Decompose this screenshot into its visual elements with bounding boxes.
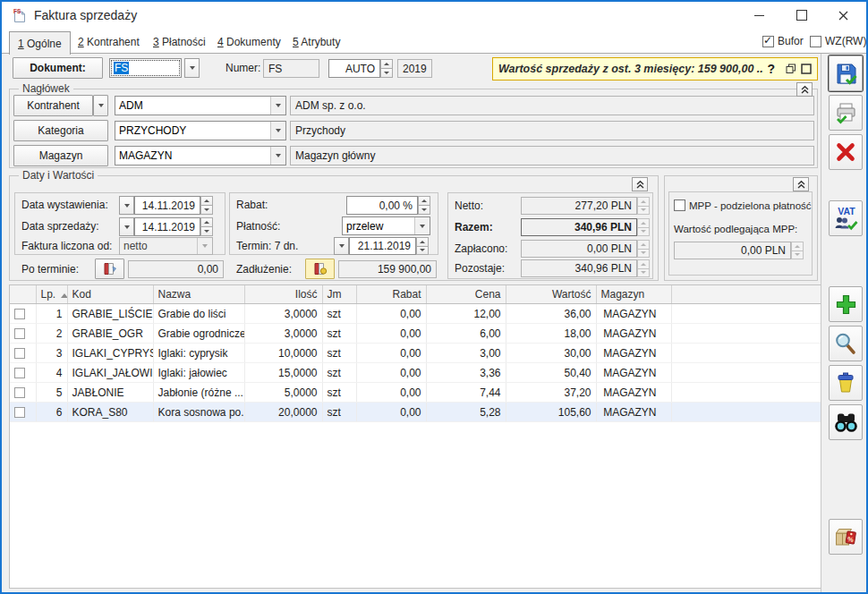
naglowek-collapse-button[interactable] xyxy=(796,82,813,97)
naglowek-legend: Nagłówek xyxy=(19,82,73,95)
chevron-down-icon[interactable] xyxy=(270,122,285,140)
table-row[interactable]: 4IGLAKI_JAŁOWI...Iglaki: jałowiec15,0000… xyxy=(10,363,822,383)
row-checkbox[interactable] xyxy=(14,348,25,359)
tab-atrybuty[interactable]: 5 Atrybuty xyxy=(285,31,348,53)
tab-ogolne[interactable]: 1 Ogólne xyxy=(9,31,71,55)
add-item-button[interactable] xyxy=(829,286,863,322)
cell-cena: 5,28 xyxy=(426,403,506,422)
minimize-button[interactable] xyxy=(741,2,777,29)
zadluzenie-button[interactable] xyxy=(305,259,335,279)
help-icon[interactable]: ? xyxy=(767,62,775,76)
data-wystawienia-calendar-button[interactable] xyxy=(119,196,134,215)
spin-down-icon[interactable] xyxy=(200,226,213,236)
spin-down-icon[interactable] xyxy=(380,68,393,78)
kategoria-combobox[interactable]: PRZYCHODY xyxy=(115,121,286,140)
spin-down-icon[interactable] xyxy=(200,205,213,215)
mpp-checkbox[interactable]: MPP - podzielona płatność xyxy=(674,199,812,211)
banner-maximize-icon[interactable] xyxy=(801,64,812,74)
table-row[interactable]: 2GRABIE_OGRGrabie ogrodnicze3,0000szt0,0… xyxy=(10,324,822,344)
vat-register-button[interactable]: VAT xyxy=(829,200,863,236)
spin-down-icon[interactable] xyxy=(416,246,429,256)
termin-calendar-button[interactable] xyxy=(334,237,349,255)
svg-text:VAT: VAT xyxy=(838,206,855,216)
spin-down-icon[interactable] xyxy=(418,205,430,215)
zaplacono-field: 0,00 PLN xyxy=(521,240,637,258)
daty-legend: Daty i Wartości xyxy=(19,169,98,182)
table-row[interactable]: 5JABŁONIEJabłonie (różne ...5,0000szt0,0… xyxy=(10,383,822,403)
numer-spinner[interactable] xyxy=(380,59,393,78)
combo-value: MAGAZYN xyxy=(115,147,270,165)
chevron-down-icon[interactable] xyxy=(414,217,430,234)
kategoria-button[interactable]: Kategoria xyxy=(13,120,108,141)
termin-spinner[interactable] xyxy=(416,237,429,255)
find-item-button[interactable] xyxy=(829,404,863,440)
header-rabat[interactable]: Rabat xyxy=(356,285,426,304)
numer-auto-field[interactable]: AUTO xyxy=(328,59,380,78)
header-ilosc[interactable]: Ilość xyxy=(244,285,322,304)
row-checkbox[interactable] xyxy=(14,328,25,339)
data-wystawienia-spinner[interactable] xyxy=(200,196,213,215)
data-sprzedazy-spinner[interactable] xyxy=(200,217,213,236)
cell-ilosc: 15,0000 xyxy=(244,363,322,383)
faktura-liczona-label: Faktura liczona od: xyxy=(21,240,112,252)
header-cena[interactable]: Cena xyxy=(426,285,506,304)
kontrahent-code-combobox[interactable]: ADM xyxy=(115,96,286,115)
maximize-button[interactable] xyxy=(784,2,820,29)
cell-jm: szt xyxy=(322,304,356,324)
dokument-type-combobox[interactable]: FS xyxy=(109,58,182,78)
cell-nazwa: Grabie ogrodnicze xyxy=(153,324,244,344)
cell-jm: szt xyxy=(322,324,356,344)
header-kod[interactable]: Kod xyxy=(67,285,153,304)
header-lp[interactable]: Lp. xyxy=(36,285,67,304)
termin-field[interactable]: 21.11.2019 xyxy=(349,237,416,255)
table-row[interactable]: 1GRABIE_LIŚCIEGrabie do liści3,0000szt0,… xyxy=(10,304,822,324)
header-jm[interactable]: Jm xyxy=(322,285,356,304)
row-checkbox[interactable] xyxy=(14,407,25,418)
close-button[interactable] xyxy=(825,2,861,29)
cell-rabat: 0,00 xyxy=(356,344,426,363)
tab-platnosci[interactable]: 3 Płatności xyxy=(145,31,214,53)
data-sprzedazy-field[interactable]: 14.11.2019 xyxy=(134,217,200,236)
cell-filler xyxy=(671,344,822,363)
save-button[interactable] xyxy=(829,55,863,91)
po-terminie-button[interactable] xyxy=(95,259,124,279)
header-wartosc[interactable]: Wartość xyxy=(506,285,596,304)
row-checkbox[interactable] xyxy=(14,387,25,398)
table-row[interactable]: 6KORA_S80Kora sosnowa po...20,0000szt0,0… xyxy=(10,403,822,422)
po-terminie-label: Po terminie: xyxy=(21,263,79,276)
cell-lp: 2 xyxy=(36,324,67,344)
kontrahent-button[interactable]: Kontrahent xyxy=(13,95,93,116)
rabat-field[interactable]: 0,00 % xyxy=(346,196,418,215)
table-row[interactable]: 3IGLAKI_CYPRYSIglaki: cyprysik10,0000szt… xyxy=(10,344,822,363)
dokument-button[interactable]: Dokument: xyxy=(13,57,103,79)
wz-checkbox[interactable]: WZ(RW) xyxy=(810,35,866,47)
print-button[interactable] xyxy=(829,95,863,131)
magazyn-combobox[interactable]: MAGAZYN xyxy=(115,146,286,165)
chevron-down-icon[interactable] xyxy=(270,97,285,115)
discount-button[interactable]: % xyxy=(829,519,863,555)
kontrahent-dropdown-button[interactable] xyxy=(93,95,108,116)
tab-dokumenty[interactable]: 4 Dokumenty xyxy=(209,31,289,53)
daty-collapse-button[interactable] xyxy=(632,177,648,191)
overdue-book-icon xyxy=(102,262,117,276)
delete-item-button[interactable] xyxy=(829,365,863,401)
row-checkbox[interactable] xyxy=(14,309,25,319)
bufor-checkbox[interactable]: Bufor xyxy=(762,35,804,47)
header-nazwa[interactable]: Nazwa xyxy=(153,285,244,304)
platnosc-combobox[interactable]: przelew xyxy=(342,216,430,235)
cell-wartosc: 18,00 xyxy=(506,324,596,344)
cell-wartosc: 30,00 xyxy=(506,344,596,363)
rabat-spinner[interactable] xyxy=(418,196,430,215)
header-magazyn[interactable]: Magazyn xyxy=(596,285,671,304)
row-checkbox[interactable] xyxy=(14,368,25,378)
magazyn-button[interactable]: Magazyn xyxy=(13,145,108,166)
data-sprzedazy-calendar-button[interactable] xyxy=(119,217,134,236)
banner-restore-icon[interactable] xyxy=(786,64,796,74)
cancel-button[interactable] xyxy=(829,134,863,170)
dokument-dropdown-button[interactable] xyxy=(184,58,200,78)
data-wystawienia-field[interactable]: 14.11.2019 xyxy=(134,196,200,215)
chevron-down-icon[interactable] xyxy=(270,147,285,165)
tab-kontrahent[interactable]: 2 Kontrahent xyxy=(70,31,148,53)
edit-item-button[interactable] xyxy=(829,326,863,361)
mpp-collapse-button[interactable] xyxy=(793,177,809,191)
